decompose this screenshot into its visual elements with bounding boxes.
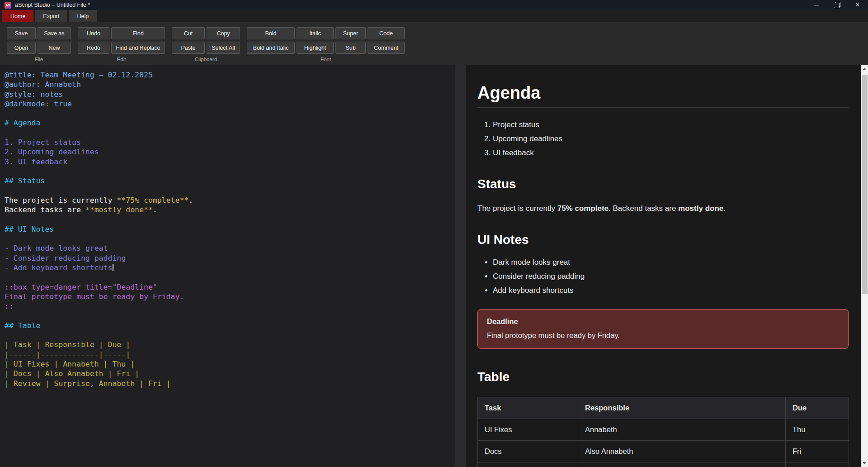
editor-line: - Add keyboard shortcuts (5, 263, 455, 272)
bold-text: 75% complete (557, 204, 609, 213)
title-bar: AS aScript Studio – Untitled File * × (0, 0, 868, 10)
syntax-heading: ## Status (5, 176, 45, 185)
arrow-up-icon (863, 68, 866, 70)
editor-line: ::box type=danger title="Deadline" (5, 282, 455, 292)
editor-line (5, 272, 455, 282)
text: The project is currently (477, 204, 557, 213)
select-all-button[interactable]: Select All (207, 42, 240, 54)
preview-h2-status: Status (477, 177, 849, 191)
list-item: Upcoming deadlines (493, 133, 849, 144)
table-cell: Thu (786, 419, 849, 441)
editor-line: @author: Annabeth (5, 80, 455, 89)
tab-home[interactable]: Home (2, 10, 33, 22)
table-header-cell: Due (786, 397, 849, 419)
editor-line: 1. Project status (5, 138, 455, 147)
scroll-down-button[interactable] (861, 459, 868, 467)
syntax-list: 2. Upcoming deadlines (5, 148, 99, 156)
syntax-bold: **75% complete** (117, 196, 189, 205)
ui-notes-bullet-list: Dark mode looks greatConsider reducing p… (477, 257, 849, 295)
redo-button[interactable]: Redo (78, 42, 109, 54)
syntax-table: |------|-------------|-----| (5, 350, 130, 359)
syntax-list: - Add keyboard shortcuts (5, 263, 112, 272)
preview-h1-agenda: Agenda (477, 83, 849, 108)
editor-line: @darkmode: true (5, 99, 455, 109)
editor-line: - Consider reducing padding (5, 253, 455, 263)
find-button[interactable]: Find (111, 27, 165, 39)
editor-line: The project is currently **75% complete*… (5, 195, 455, 205)
window-controls: × (806, 0, 868, 10)
editor-line: # Agenda (5, 118, 455, 128)
highlight-button[interactable]: Highlight (297, 42, 334, 54)
tab-export[interactable]: Export (35, 10, 67, 22)
table-row: ReviewSurprise, AnnabethFri (478, 462, 849, 467)
bold-button[interactable]: Bold (247, 27, 295, 39)
save-button[interactable]: Save (7, 27, 36, 39)
syntax-table: | Docs | Also Annabeth | Fri | (5, 369, 139, 378)
table-cell: Docs (478, 441, 578, 462)
super-button[interactable]: Super (335, 27, 366, 39)
syntax-list: 1. Project status (5, 138, 81, 147)
paste-button[interactable]: Paste (172, 42, 205, 54)
editor-line: | UI Fixes | Annabeth | Thu | (5, 359, 455, 369)
editor-line: 3. UI feedback (5, 157, 455, 167)
editor-preview-splitter[interactable] (455, 65, 466, 467)
editor-line: ## Status (5, 176, 455, 186)
syntax-meta: @darkmode: true (5, 100, 72, 108)
open-button[interactable]: Open (7, 42, 36, 54)
syntax-heading: # Agenda (5, 119, 40, 127)
syntax-text: The project is currently (5, 196, 117, 205)
list-item: Consider reducing padding (493, 271, 849, 281)
cut-button[interactable]: Cut (172, 27, 205, 39)
table-cell: UI Fixes (478, 419, 578, 441)
syntax-directive: Final prototype must be ready by Friday. (5, 292, 184, 301)
syntax-table: | Task | Responsible | Due | (5, 340, 130, 349)
editor-line: :: (5, 301, 455, 311)
callout-title: Deadline (487, 317, 839, 326)
scroll-up-button[interactable] (861, 65, 868, 73)
agenda-ordered-list: Project statusUpcoming deadlinesUI feedb… (477, 119, 849, 158)
editor-line (5, 234, 455, 243)
table-cell: Surprise, Annabeth (578, 462, 786, 467)
code-editor[interactable]: @title: Team Meeting – 02.12.2025@author… (0, 65, 455, 467)
tab-help[interactable]: Help (69, 10, 97, 22)
syntax-bold: **mostly done** (85, 205, 153, 214)
preview-scrollbar[interactable] (861, 65, 868, 467)
restore-icon (835, 3, 840, 8)
editor-line: @style: notes (5, 90, 455, 99)
syntax-list: 3. UI feedback (5, 157, 67, 166)
syntax-directive: :: (5, 302, 14, 310)
preview-h2-table: Table (477, 370, 849, 384)
save-as-button[interactable]: Save as (38, 27, 71, 39)
table-cell: Fri (786, 441, 849, 462)
status-paragraph: The project is currently 75% complete. B… (477, 203, 849, 214)
sub-button[interactable]: Sub (335, 42, 366, 54)
code-button[interactable]: Code (368, 27, 405, 39)
editor-line (5, 186, 455, 195)
preview-h2-ui-notes: UI Notes (477, 233, 849, 247)
editor-line: @title: Team Meeting – 02.12.2025 (5, 70, 455, 80)
scrollbar-thumb[interactable] (862, 75, 868, 294)
find-and-replace-button[interactable]: Find and Replace (111, 42, 165, 54)
undo-button[interactable]: Undo (78, 27, 109, 39)
bold-and-italic-button[interactable]: Bold and Italic (247, 42, 295, 54)
table-cell: Review (478, 462, 578, 467)
editor-line (5, 311, 455, 320)
copy-button[interactable]: Copy (207, 27, 240, 39)
editor-line: - Dark mode looks great (5, 243, 455, 253)
restore-button[interactable] (826, 0, 847, 10)
new-button[interactable]: New (38, 42, 71, 54)
menu-tab-bar: HomeExportHelp (0, 10, 868, 22)
syntax-list: - Consider reducing padding (5, 254, 126, 262)
minimize-button[interactable] (806, 0, 826, 10)
syntax-meta: @author: Annabeth (5, 80, 81, 89)
callout-text: Final prototype must be ready by Friday. (487, 331, 839, 340)
editor-line: |------|-------------|-----| (5, 350, 455, 359)
syntax-text: . (189, 196, 193, 205)
close-button[interactable]: × (847, 0, 868, 10)
ribbon-group-label: Font (247, 57, 405, 62)
syntax-heading: ## Table (5, 321, 40, 330)
table-cell: Annabeth (578, 419, 786, 441)
table-row: UI FixesAnnabethThu (478, 419, 849, 441)
comment-button[interactable]: Comment (368, 42, 405, 54)
italic-button[interactable]: Italic (297, 27, 334, 39)
